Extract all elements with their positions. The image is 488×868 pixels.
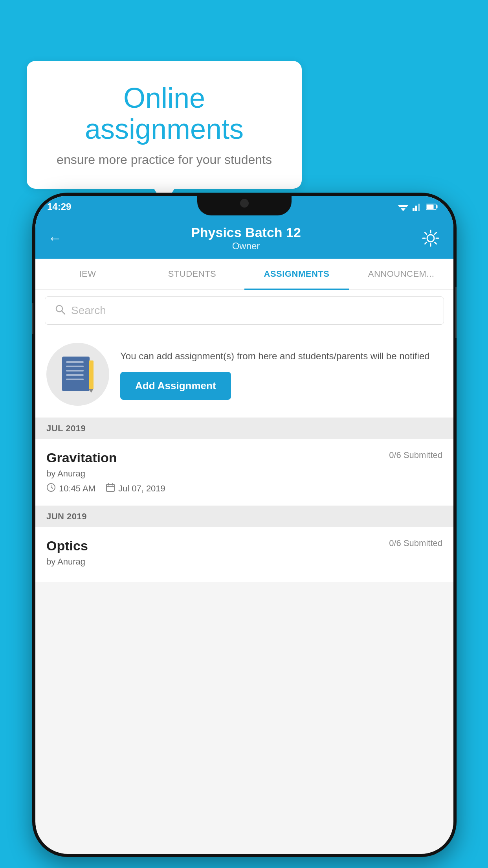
assignment-date: Jul 07, 2019 — [106, 483, 165, 495]
header-title-area: Physics Batch 12 Owner — [72, 224, 420, 252]
assignment-time: 10:45 AM — [46, 483, 95, 495]
phone-frame: 14:29 ← — [32, 193, 457, 857]
notebook-body — [62, 357, 90, 391]
notebook-line — [66, 370, 84, 371]
pencil-icon — [89, 360, 94, 389]
settings-button[interactable] — [420, 228, 441, 248]
svg-rect-5 — [418, 204, 420, 211]
status-icons — [398, 202, 438, 211]
side-button-left — [32, 303, 33, 334]
svg-rect-7 — [427, 204, 434, 209]
clock-icon — [46, 483, 56, 495]
svg-rect-4 — [415, 206, 417, 211]
notebook-line — [66, 374, 84, 376]
header-title: Physics Batch 12 — [72, 224, 420, 241]
svg-rect-15 — [106, 484, 114, 491]
promo-content: You can add assignment(s) from here and … — [120, 349, 442, 400]
section-header-jun2019: JUN 2019 — [35, 506, 453, 527]
tab-announcements[interactable]: ANNOUNCEM... — [349, 259, 453, 289]
svg-line-14 — [51, 487, 53, 488]
svg-rect-8 — [437, 205, 438, 208]
date-value: Jul 07, 2019 — [118, 484, 165, 494]
svg-marker-2 — [401, 208, 405, 211]
signal-icon — [413, 202, 422, 211]
bubble-title: Online assignments — [50, 83, 278, 145]
header-subtitle: Owner — [72, 241, 420, 252]
phone-notch — [197, 193, 292, 215]
assignment-meta: 10:45 AM Jul 07, 2019 — [46, 483, 442, 495]
notebook-line — [66, 379, 84, 380]
assignment-row1: Gravitation 0/6 Submitted — [46, 450, 442, 465]
tab-assignments[interactable]: ASSIGNMENTS — [244, 259, 349, 289]
time-value: 10:45 AM — [59, 484, 95, 494]
side-button-right — [455, 287, 457, 338]
assignment-item-optics[interactable]: Optics 0/6 Submitted by Anurag — [35, 527, 453, 582]
status-time: 14:29 — [47, 201, 71, 212]
camera — [240, 199, 249, 208]
tabs-bar: IEW STUDENTS ASSIGNMENTS ANNOUNCEM... — [35, 259, 453, 290]
back-button[interactable]: ← — [48, 230, 72, 246]
bubble-subtitle: ensure more practice for your students — [50, 153, 278, 167]
search-container: Search — [35, 290, 453, 331]
battery-icon — [426, 203, 438, 210]
search-icon — [55, 304, 66, 318]
gear-icon — [420, 228, 441, 248]
speech-bubble-container: Online assignments ensure more practice … — [27, 61, 302, 189]
phone-screen: 14:29 ← — [35, 196, 453, 854]
speech-bubble: Online assignments ensure more practice … — [27, 61, 302, 189]
tab-iew[interactable]: IEW — [35, 259, 140, 289]
assignment-row1-optics: Optics 0/6 Submitted — [46, 538, 442, 554]
assignment-submitted: 0/6 Submitted — [389, 450, 442, 460]
promo-icon-circle — [46, 343, 109, 406]
svg-point-10 — [56, 305, 62, 312]
notebook-line — [66, 366, 84, 367]
assignment-name: Gravitation — [46, 450, 117, 465]
app-header: ← Physics Batch 12 Owner — [35, 217, 453, 259]
wifi-icon — [398, 202, 409, 211]
section-header-jul2019: JUL 2019 — [35, 418, 453, 439]
svg-line-11 — [62, 311, 65, 314]
search-placeholder: Search — [71, 304, 106, 317]
promo-section: You can add assignment(s) from here and … — [35, 331, 453, 418]
svg-point-9 — [427, 235, 434, 242]
notebook-icon — [62, 357, 94, 392]
search-bar[interactable]: Search — [45, 296, 444, 325]
tab-students[interactable]: STUDENTS — [140, 259, 244, 289]
svg-rect-3 — [413, 208, 415, 211]
notebook-line — [66, 361, 84, 363]
promo-description: You can add assignment(s) from here and … — [120, 349, 442, 363]
add-assignment-button[interactable]: Add Assignment — [120, 372, 231, 400]
assignment-name-optics: Optics — [46, 538, 88, 554]
assignment-author: by Anurag — [46, 469, 442, 479]
assignment-item-gravitation[interactable]: Gravitation 0/6 Submitted by Anurag 10:4… — [35, 439, 453, 506]
notebook-lines — [66, 361, 84, 383]
assignment-author-optics: by Anurag — [46, 557, 442, 567]
assignment-submitted-optics: 0/6 Submitted — [389, 538, 442, 548]
calendar-icon — [106, 483, 115, 495]
